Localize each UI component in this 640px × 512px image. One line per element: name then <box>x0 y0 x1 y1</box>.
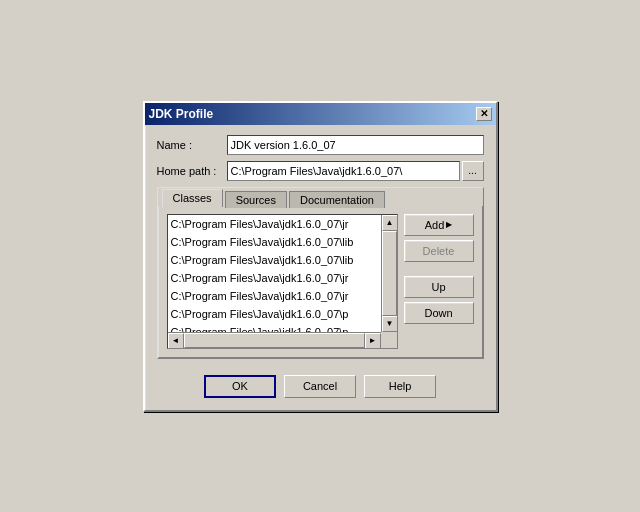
scroll-thumb-v[interactable] <box>382 231 397 316</box>
list-item[interactable]: C:\Program Files\Java\jdk1.6.0_07\jr <box>168 269 397 287</box>
tab-body: C:\Program Files\Java\jdk1.6.0_07\jr C:\… <box>158 205 483 358</box>
cancel-button[interactable]: Cancel <box>284 375 356 398</box>
home-path-input[interactable] <box>227 161 460 181</box>
list-item[interactable]: C:\Program Files\Java\jdk1.6.0_07\lib <box>168 251 397 269</box>
home-path-label: Home path : <box>157 165 227 177</box>
tab-documentation[interactable]: Documentation <box>289 191 385 208</box>
close-button[interactable]: ✕ <box>476 107 492 121</box>
home-path-row: Home path : ... <box>157 161 484 181</box>
list-item[interactable]: C:\Program Files\Java\jdk1.6.0_07\p <box>168 305 397 323</box>
scroll-left-arrow[interactable]: ◄ <box>168 333 184 349</box>
tab-control: Classes Sources Documentation C:\Program… <box>157 187 484 359</box>
down-button[interactable]: Down <box>404 302 474 324</box>
vertical-scrollbar[interactable]: ▲ ▼ <box>381 215 397 332</box>
scroll-right-arrow[interactable]: ► <box>365 333 381 349</box>
scroll-up-arrow[interactable]: ▲ <box>382 215 398 231</box>
list-item[interactable]: C:\Program Files\Java\jdk1.6.0_07\jr <box>168 215 397 233</box>
browse-button[interactable]: ... <box>462 161 484 181</box>
tab-classes[interactable]: Classes <box>162 189 223 207</box>
tab-sources[interactable]: Sources <box>225 191 287 208</box>
ok-button[interactable]: OK <box>204 375 276 398</box>
list-inner: C:\Program Files\Java\jdk1.6.0_07\jr C:\… <box>168 215 397 332</box>
list-item[interactable]: C:\Program Files\Java\jdk1.6.0_07\lib <box>168 233 397 251</box>
add-button[interactable]: Add ▶ <box>404 214 474 236</box>
horizontal-scrollbar[interactable]: ◄ ► <box>168 332 381 348</box>
name-row: Name : <box>157 135 484 155</box>
name-input[interactable] <box>227 135 484 155</box>
scroll-down-arrow[interactable]: ▼ <box>382 316 398 332</box>
add-dropdown-arrow: ▶ <box>446 220 452 229</box>
scroll-thumb-h[interactable] <box>184 333 365 348</box>
name-label: Name : <box>157 139 227 151</box>
tab-header: Classes Sources Documentation <box>158 189 483 206</box>
dialog-window: JDK Profile ✕ Name : Home path : ... Cla… <box>143 101 498 412</box>
dialog-content: Name : Home path : ... Classes Sources D… <box>145 125 496 410</box>
help-button[interactable]: Help <box>364 375 436 398</box>
bottom-buttons: OK Cancel Help <box>157 369 484 398</box>
list-item[interactable]: C:\Program Files\Java\jdk1.6.0_07\p <box>168 323 397 332</box>
delete-button[interactable]: Delete <box>404 240 474 262</box>
title-bar-text: JDK Profile <box>149 107 214 121</box>
side-buttons: Add ▶ Delete Up Down <box>404 214 474 349</box>
up-button[interactable]: Up <box>404 276 474 298</box>
title-bar: JDK Profile ✕ <box>145 103 496 125</box>
scrollbar-corner <box>381 332 397 348</box>
list-item[interactable]: C:\Program Files\Java\jdk1.6.0_07\jr <box>168 287 397 305</box>
list-container[interactable]: C:\Program Files\Java\jdk1.6.0_07\jr C:\… <box>167 214 398 349</box>
